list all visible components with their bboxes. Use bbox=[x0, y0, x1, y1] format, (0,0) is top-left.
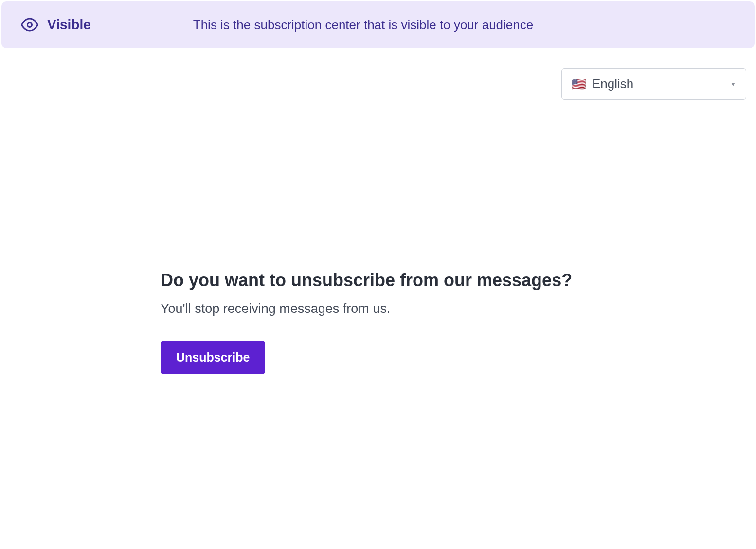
eye-icon bbox=[21, 16, 38, 34]
banner-label: Visible bbox=[47, 17, 91, 33]
banner-message: This is the subscription center that is … bbox=[193, 18, 533, 33]
unsubscribe-button[interactable]: Unsubscribe bbox=[161, 341, 265, 374]
language-label: English bbox=[592, 76, 724, 92]
svg-point-0 bbox=[28, 23, 32, 27]
flag-icon: 🇺🇸 bbox=[572, 77, 586, 91]
page-heading: Do you want to unsubscribe from our mess… bbox=[161, 270, 584, 291]
language-selector[interactable]: 🇺🇸 English ▼ bbox=[561, 68, 746, 100]
controls-row: 🇺🇸 English ▼ bbox=[0, 50, 756, 100]
banner-left-group: Visible bbox=[21, 16, 91, 34]
visibility-banner: Visible This is the subscription center … bbox=[1, 1, 755, 48]
page-subtext: You'll stop receiving messages from us. bbox=[161, 301, 584, 316]
main-content: Do you want to unsubscribe from our mess… bbox=[0, 100, 584, 374]
chevron-down-icon: ▼ bbox=[730, 81, 736, 88]
